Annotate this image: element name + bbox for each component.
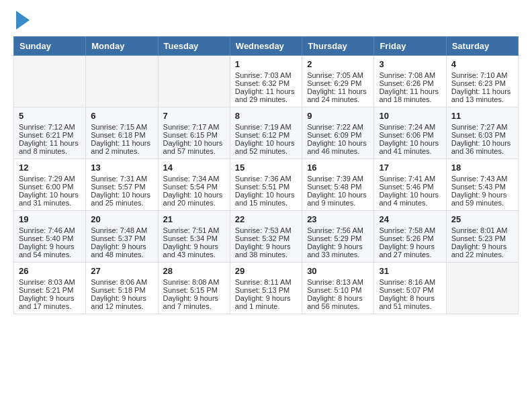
sunrise-text: Sunrise: 8:16 AM [379,278,441,286]
calendar-cell: 22Sunrise: 7:53 AMSunset: 5:32 PMDayligh… [230,211,302,263]
sunrise-text: Sunrise: 7:39 AM [307,175,369,183]
calendar-cell: 1Sunrise: 7:03 AMSunset: 6:32 PMDaylight… [230,56,302,107]
sunset-text: Sunset: 5:10 PM [307,286,369,294]
daylight-text: Daylight: 11 hours and 24 minutes. [307,87,369,103]
sunset-text: Sunset: 5:29 PM [307,234,369,242]
sunrise-text: Sunrise: 7:34 AM [163,175,225,183]
sunset-text: Sunset: 5:21 PM [19,286,81,294]
sunset-text: Sunset: 5:15 PM [163,286,225,294]
daylight-text: Daylight: 8 hours and 51 minutes. [379,294,441,310]
sunrise-text: Sunrise: 7:15 AM [91,123,152,131]
sunrise-text: Sunrise: 7:48 AM [91,226,152,234]
daylight-text: Daylight: 9 hours and 48 minutes. [91,242,152,259]
sunrise-text: Sunrise: 8:01 AM [451,226,513,234]
day-number: 25 [451,214,513,224]
sunrise-text: Sunrise: 7:51 AM [163,226,225,234]
sunrise-text: Sunrise: 8:08 AM [163,278,225,286]
day-number: 2 [307,59,369,69]
daylight-text: Daylight: 9 hours and 1 minute. [235,294,297,310]
sunset-text: Sunset: 6:29 PM [307,79,369,87]
calendar-cell: 8Sunrise: 7:19 AMSunset: 6:12 PMDaylight… [230,107,302,159]
sunset-text: Sunset: 5:26 PM [379,234,441,242]
calendar-cell: 13Sunrise: 7:31 AMSunset: 5:57 PMDayligh… [86,159,158,211]
day-number: 30 [307,266,369,276]
sunrise-text: Sunrise: 7:46 AM [19,226,81,234]
calendar-cell: 14Sunrise: 7:34 AMSunset: 5:54 PMDayligh… [158,159,230,211]
sunrise-text: Sunrise: 7:58 AM [379,226,441,234]
sunset-text: Sunset: 5:43 PM [451,183,513,191]
day-number: 31 [379,266,441,276]
sunrise-text: Sunrise: 7:36 AM [235,175,297,183]
sunset-text: Sunset: 5:32 PM [235,234,297,242]
calendar-cell: 2Sunrise: 7:05 AMSunset: 6:29 PMDaylight… [302,56,374,107]
calendar-cell: 23Sunrise: 7:56 AMSunset: 5:29 PMDayligh… [302,211,374,263]
sunrise-text: Sunrise: 7:53 AM [235,226,297,234]
sunrise-text: Sunrise: 7:24 AM [379,123,441,131]
calendar-cell: 19Sunrise: 7:46 AMSunset: 5:40 PMDayligh… [14,211,86,263]
calendar-cell: 20Sunrise: 7:48 AMSunset: 5:37 PMDayligh… [86,211,158,263]
sunrise-text: Sunrise: 8:03 AM [19,278,81,286]
day-number: 1 [235,59,297,69]
calendar-cell: 15Sunrise: 7:36 AMSunset: 5:51 PMDayligh… [230,159,302,211]
calendar-cell [158,56,230,107]
daylight-text: Daylight: 9 hours and 43 minutes. [163,242,225,259]
calendar-cell: 21Sunrise: 7:51 AMSunset: 5:34 PMDayligh… [158,211,230,263]
calendar-cell: 26Sunrise: 8:03 AMSunset: 5:21 PMDayligh… [14,263,86,314]
daylight-text: Daylight: 10 hours and 25 minutes. [91,191,152,207]
sunrise-text: Sunrise: 8:06 AM [91,278,152,286]
sunset-text: Sunset: 6:32 PM [235,79,297,87]
sunrise-text: Sunrise: 7:12 AM [19,123,81,131]
calendar-cell: 10Sunrise: 7:24 AMSunset: 6:06 PMDayligh… [374,107,446,159]
sunset-text: Sunset: 6:03 PM [451,131,513,139]
calendar-cell: 16Sunrise: 7:39 AMSunset: 5:48 PMDayligh… [302,159,374,211]
calendar-cell: 31Sunrise: 8:16 AMSunset: 5:07 PMDayligh… [374,263,446,314]
calendar-week-row: 12Sunrise: 7:29 AMSunset: 6:00 PMDayligh… [14,159,519,211]
sunrise-text: Sunrise: 7:56 AM [307,226,369,234]
calendar-cell: 25Sunrise: 8:01 AMSunset: 5:23 PMDayligh… [446,211,518,263]
day-number: 7 [163,111,225,121]
day-number: 5 [19,111,81,121]
sunrise-text: Sunrise: 7:29 AM [19,175,81,183]
sunrise-text: Sunrise: 7:03 AM [235,71,297,79]
daylight-text: Daylight: 11 hours and 18 minutes. [379,87,441,103]
day-number: 27 [91,266,152,276]
sunset-text: Sunset: 5:40 PM [19,234,81,242]
sunset-text: Sunset: 6:12 PM [235,131,297,139]
calendar-cell [86,56,158,107]
daylight-text: Daylight: 10 hours and 31 minutes. [19,191,81,207]
header-day-thursday: Thursday [302,37,374,56]
sunrise-text: Sunrise: 7:22 AM [307,123,369,131]
day-number: 4 [451,59,513,69]
calendar-cell: 3Sunrise: 7:08 AMSunset: 6:26 PMDaylight… [374,56,446,107]
calendar-table: SundayMondayTuesdayWednesdayThursdayFrid… [13,36,519,314]
day-number: 8 [235,111,297,121]
calendar-cell: 29Sunrise: 8:11 AMSunset: 5:13 PMDayligh… [230,263,302,314]
sunrise-text: Sunrise: 7:08 AM [379,71,441,79]
sunset-text: Sunset: 5:13 PM [235,286,297,294]
sunrise-text: Sunrise: 8:11 AM [235,278,297,286]
sunset-text: Sunset: 6:18 PM [91,131,152,139]
daylight-text: Daylight: 9 hours and 54 minutes. [19,242,81,259]
calendar-cell: 6Sunrise: 7:15 AMSunset: 6:18 PMDaylight… [86,107,158,159]
sunset-text: Sunset: 5:34 PM [163,234,225,242]
sunset-text: Sunset: 6:06 PM [379,131,441,139]
calendar-cell: 27Sunrise: 8:06 AMSunset: 5:18 PMDayligh… [86,263,158,314]
sunrise-text: Sunrise: 7:41 AM [379,175,441,183]
daylight-text: Daylight: 10 hours and 36 minutes. [451,139,513,155]
sunrise-text: Sunrise: 7:31 AM [91,175,152,183]
day-number: 24 [379,214,441,224]
daylight-text: Daylight: 9 hours and 33 minutes. [307,242,369,259]
sunrise-text: Sunrise: 7:19 AM [235,123,297,131]
day-number: 29 [235,266,297,276]
daylight-text: Daylight: 10 hours and 20 minutes. [163,191,225,207]
sunset-text: Sunset: 6:15 PM [163,131,225,139]
header-day-friday: Friday [374,37,446,56]
header-day-wednesday: Wednesday [230,37,302,56]
day-number: 12 [19,163,81,173]
sunset-text: Sunset: 5:51 PM [235,183,297,191]
day-number: 3 [379,59,441,69]
daylight-text: Daylight: 10 hours and 52 minutes. [235,139,297,155]
day-number: 10 [379,111,441,121]
calendar-cell: 7Sunrise: 7:17 AMSunset: 6:15 PMDaylight… [158,107,230,159]
sunset-text: Sunset: 5:37 PM [91,234,152,242]
